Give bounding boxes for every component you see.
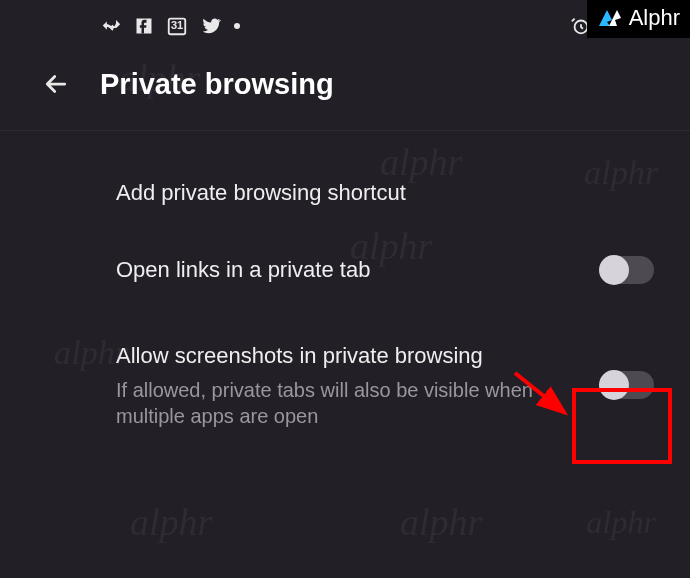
- back-button[interactable]: [36, 64, 76, 104]
- watermark: alphr: [586, 503, 656, 540]
- setting-title: Add private browsing shortcut: [116, 179, 654, 208]
- setting-title: Allow screenshots in private browsing: [116, 342, 580, 371]
- setting-allow-screenshots[interactable]: Allow screenshots in private browsing If…: [116, 308, 654, 453]
- toggle-open-links-private[interactable]: [600, 256, 654, 284]
- alphr-label: Alphr: [629, 5, 680, 31]
- dot-icon: [234, 23, 240, 29]
- setting-text: Allow screenshots in private browsing If…: [116, 342, 580, 429]
- page-title: Private browsing: [100, 68, 334, 101]
- toggle-allow-screenshots[interactable]: [600, 371, 654, 399]
- calendar-day-label: 31: [166, 19, 188, 31]
- watermark: alphr: [130, 500, 212, 544]
- setting-add-shortcut[interactable]: Add private browsing shortcut: [116, 155, 654, 232]
- setting-open-links-private[interactable]: Open links in a private tab: [116, 232, 654, 309]
- missed-call-icon: [100, 15, 122, 37]
- setting-title: Open links in a private tab: [116, 256, 580, 285]
- setting-text: Add private browsing shortcut: [116, 179, 654, 208]
- alphr-badge: Alphr: [587, 0, 690, 38]
- setting-text: Open links in a private tab: [116, 256, 580, 285]
- status-left: 31: [100, 15, 240, 37]
- toggle-knob: [599, 255, 629, 285]
- alphr-logo-icon: [595, 4, 623, 32]
- settings-list: Add private browsing shortcut Open links…: [0, 131, 690, 453]
- back-arrow-icon: [41, 69, 71, 99]
- setting-description: If allowed, private tabs will also be vi…: [116, 377, 580, 429]
- watermark: alphr: [400, 500, 482, 544]
- twitter-icon: [200, 15, 222, 37]
- facebook-icon: [134, 16, 154, 36]
- calendar-day-icon: 31: [166, 15, 188, 37]
- header: Private browsing: [0, 48, 690, 131]
- toggle-knob: [599, 370, 629, 400]
